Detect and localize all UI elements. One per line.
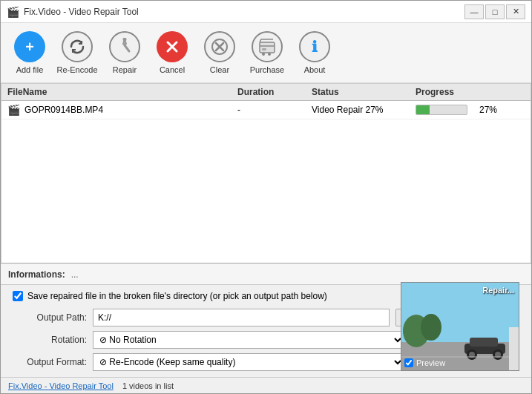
- clear-label: Clear: [210, 65, 229, 74]
- maximize-button[interactable]: □: [485, 4, 505, 19]
- app-icon: 🎬: [7, 6, 19, 18]
- cancel-icon: [157, 31, 188, 62]
- preview-checkbox[interactable]: [404, 358, 413, 367]
- about-label: About: [304, 65, 326, 74]
- status-info: 1 videos in list: [122, 381, 174, 390]
- purchase-button[interactable]: Purchase: [244, 26, 290, 79]
- table-header: FileName Duration Status Progress: [1, 84, 531, 101]
- output-path-input[interactable]: [93, 309, 390, 326]
- preview-label: Repair...: [482, 286, 514, 295]
- repair-icon: [109, 31, 140, 62]
- row-duration: -: [237, 105, 312, 115]
- re-encode-label: Re-Encode: [56, 65, 97, 74]
- title-bar-controls: — □ ✕: [464, 4, 525, 19]
- header-duration: Duration: [237, 87, 312, 97]
- row-status: Video Repair 27%: [312, 105, 416, 115]
- output-format-select[interactable]: ⊘ Re-Encode (Keep same quality): [93, 353, 404, 371]
- row-progress-bar: [416, 105, 475, 115]
- header-progress: Progress: [416, 87, 475, 97]
- header-filename: FileName: [7, 87, 237, 97]
- purchase-icon: [252, 31, 283, 62]
- cancel-label: Cancel: [160, 65, 185, 74]
- status-link[interactable]: Fix.Video - Video Repair Tool: [8, 381, 114, 390]
- clear-icon: [204, 31, 235, 62]
- file-table: FileName Duration Status Progress 🎬 GOPR…: [1, 83, 531, 263]
- file-icon: 🎬: [7, 104, 20, 116]
- svg-rect-16: [470, 338, 498, 347]
- svg-point-9: [262, 53, 265, 56]
- output-path-label: Output Path:: [13, 312, 87, 323]
- rotation-select[interactable]: ⊘ No Rotation: [93, 331, 404, 349]
- save-checkbox[interactable]: [13, 291, 23, 301]
- output-format-label: Output Format:: [13, 357, 87, 367]
- about-button[interactable]: ℹ About: [292, 26, 338, 79]
- preview-image: Repair... Preview: [401, 283, 519, 370]
- progress-bar-fill: [416, 105, 430, 114]
- about-icon: ℹ: [299, 31, 330, 62]
- preview-checkbox-row: Preview: [404, 358, 445, 367]
- preview-checkbox-label: Preview: [416, 358, 445, 367]
- svg-rect-6: [260, 42, 275, 53]
- settings-panel: Save repaired file in the broken file's …: [1, 284, 531, 377]
- repair-label: Repair: [113, 65, 137, 74]
- add-file-icon: +: [14, 31, 45, 62]
- svg-point-14: [421, 314, 441, 341]
- add-file-label: Add file: [16, 65, 44, 74]
- close-button[interactable]: ✕: [506, 4, 525, 19]
- row-progress-label: 27%: [475, 105, 497, 115]
- svg-point-0: [124, 39, 126, 41]
- add-file-button[interactable]: + Add file: [7, 26, 53, 79]
- repair-button[interactable]: Repair: [102, 26, 148, 79]
- status-bar: Fix.Video - Video Repair Tool 1 videos i…: [1, 377, 531, 393]
- window-title: Fix.Video - Video Repair Tool: [24, 7, 139, 17]
- title-bar-left: 🎬 Fix.Video - Video Repair Tool: [7, 6, 139, 18]
- toolbar: + Add file Re-Encode: [1, 23, 531, 83]
- main-window: 🎬 Fix.Video - Video Repair Tool — □ ✕ + …: [0, 0, 532, 394]
- svg-rect-8: [262, 48, 266, 50]
- rotation-label: Rotation:: [13, 335, 87, 345]
- purchase-label: Purchase: [250, 65, 284, 74]
- cancel-button[interactable]: Cancel: [149, 26, 195, 79]
- re-encode-button[interactable]: Re-Encode: [54, 26, 100, 79]
- progress-bar-container: [416, 105, 467, 115]
- save-checkbox-label: Save repaired file in the broken file's …: [27, 291, 327, 301]
- title-bar: 🎬 Fix.Video - Video Repair Tool — □ ✕: [1, 1, 531, 23]
- svg-point-10: [268, 53, 271, 56]
- table-row[interactable]: 🎬 GOPR0914BB.MP4 - Video Repair 27% 27%: [1, 101, 531, 119]
- clear-button[interactable]: Clear: [197, 26, 243, 79]
- row-filename: 🎬 GOPR0914BB.MP4: [7, 104, 237, 116]
- info-label: Informations:: [8, 269, 65, 280]
- minimize-button[interactable]: —: [464, 4, 484, 19]
- re-encode-icon: [62, 31, 93, 62]
- info-value: ...: [71, 269, 79, 280]
- header-status: Status: [312, 87, 416, 97]
- svg-rect-22: [509, 327, 519, 371]
- info-panel: Informations: ...: [1, 263, 531, 284]
- preview-panel: Repair... Preview: [401, 282, 519, 371]
